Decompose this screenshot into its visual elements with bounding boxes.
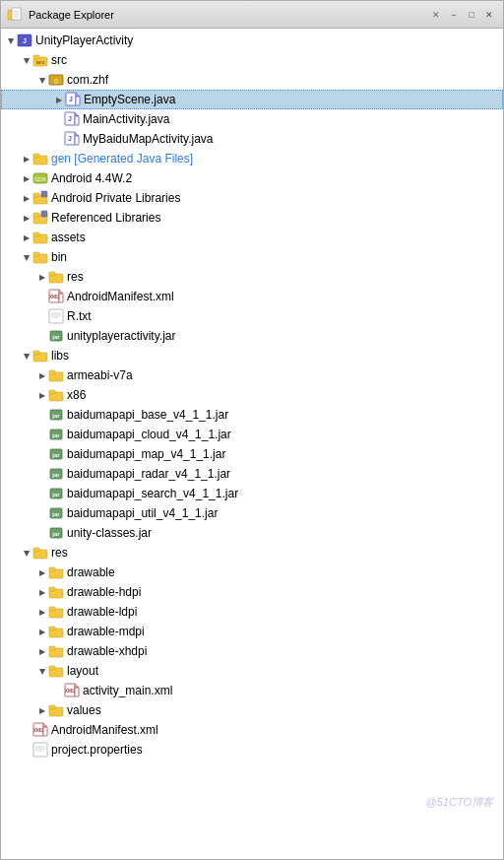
tree-item-bin-res[interactable]: res (1, 267, 503, 287)
svg-rect-90 (49, 705, 55, 709)
tree-item-android44w2[interactable]: SDK Android 4.4W.2 (1, 168, 503, 188)
tree-item-drawable-ldpi[interactable]: drawable-ldpi (1, 602, 503, 622)
tree-label-referenced-libs: Referenced Libraries (51, 211, 160, 225)
tree-item-baidumapapi_radar_v4_1_1.jar[interactable]: jar baidumapapi_radar_v4_1_1.jar (1, 464, 503, 484)
tree-arrow-libs[interactable] (21, 350, 32, 362)
tree-arrow-MyBaiduMapActivity.java[interactable] (52, 133, 64, 145)
svg-rect-43 (59, 294, 63, 302)
tree-arrow-R.txt[interactable] (36, 310, 48, 322)
tree-arrow-AndroidManifest.xml[interactable] (21, 724, 32, 736)
tree-item-gen[interactable]: gen [Generated Java Files] (1, 149, 503, 168)
tree-container: J UnityPlayerActivity src src {} com.zhf… (1, 29, 503, 859)
tree-item-bin[interactable]: bin (1, 247, 503, 267)
tree-item-EmptyScene.java[interactable]: J EmptyScene.java (1, 90, 503, 109)
tree-label-MyBaiduMapActivity.java: MyBaiduMapActivity.java (83, 132, 214, 146)
tree-arrow-drawable-mdpi[interactable] (36, 626, 48, 637)
tree-arrow-values[interactable] (36, 704, 48, 716)
tree-item-layout[interactable]: layout (1, 661, 503, 681)
tree-arrow-drawable[interactable] (36, 566, 48, 578)
tree-arrow-project.properties[interactable] (21, 744, 32, 756)
tree-arrow-src[interactable] (21, 54, 32, 66)
tree-item-R.txt[interactable]: R.txt (1, 306, 503, 326)
tree-item-values[interactable]: values (1, 700, 503, 720)
tree-item-drawable-xhdpi[interactable]: drawable-xhdpi (1, 641, 503, 661)
panel-header: Package Explorer ✕ − □ ✕ (1, 1, 503, 29)
tree-item-unityplayeractivity.jar[interactable]: jar unityplayeractivity.jar (1, 326, 503, 346)
tree-arrow-AndroidManifest-bin.xml[interactable] (36, 291, 48, 302)
tree-arrow-referenced-libs[interactable] (21, 212, 32, 224)
tree-item-AndroidManifest.xml[interactable]: XML AndroidManifest.xml (1, 720, 503, 740)
tree-label-AndroidManifest-bin.xml: AndroidManifest.xml (67, 290, 174, 303)
tree-arrow-unity-classes.jar[interactable] (36, 527, 48, 539)
svg-marker-42 (59, 290, 63, 294)
svg-text:jar: jar (51, 334, 60, 340)
tree-item-assets[interactable]: assets (1, 228, 503, 247)
tree-item-x86[interactable]: x86 (1, 385, 503, 405)
maximize-button[interactable]: □ (464, 7, 479, 23)
tree-label-unity-classes.jar: unity-classes.jar (67, 526, 152, 540)
svg-marker-86 (75, 684, 79, 688)
tree-item-AndroidManifest-bin.xml[interactable]: XML AndroidManifest.xml (1, 287, 503, 306)
tree-item-baidumapapi_util_v4_1_1.jar[interactable]: jar baidumapapi_util_v4_1_1.jar (1, 503, 503, 523)
svg-rect-38 (33, 252, 39, 256)
tree-item-baidumapapi_map_v4_1_1.jar[interactable]: jar baidumapapi_map_v4_1_1.jar (1, 444, 503, 464)
tree-item-src[interactable]: src src (1, 50, 503, 70)
tree-arrow-android44w2[interactable] (21, 172, 32, 184)
tree-arrow-com.zhf[interactable] (36, 74, 48, 86)
tree-arrow-EmptyScene.java[interactable] (53, 94, 65, 105)
tree-label-android-private: Android Private Libraries (51, 191, 180, 205)
tree-item-baidumapapi_search_v4_1_1.jar[interactable]: jar baidumapapi_search_v4_1_1.jar (1, 484, 503, 503)
close-button[interactable]: ✕ (481, 7, 497, 23)
tree-arrow-MainActivity.java[interactable] (52, 113, 64, 125)
tree-item-com.zhf[interactable]: {} com.zhf (1, 70, 503, 90)
tree-item-android-private[interactable]: Android Private Libraries (1, 188, 503, 208)
tree-item-baidumapapi_base_v4_1_1.jar[interactable]: jar baidumapapi_base_v4_1_1.jar (1, 405, 503, 425)
tree-icon-folder (48, 564, 64, 580)
tree-arrow-res[interactable] (21, 547, 32, 559)
minimize-button[interactable]: − (446, 7, 462, 23)
tree-arrow-gen[interactable] (21, 153, 32, 165)
tree-icon-jar: jar (48, 466, 64, 482)
tree-arrow-unity-player[interactable] (5, 34, 17, 46)
tree-arrow-unityplayeractivity.jar[interactable] (36, 330, 48, 342)
tree-item-unity-player[interactable]: J UnityPlayerActivity (1, 31, 503, 50)
tree-arrow-layout[interactable] (36, 665, 48, 677)
tree-arrow-bin[interactable] (21, 251, 32, 263)
tree-item-drawable-hdpi[interactable]: drawable-hdpi (1, 582, 503, 602)
tree-arrow-baidumapapi_util_v4_1_1.jar[interactable] (36, 507, 48, 519)
tree-arrow-baidumapapi_base_v4_1_1.jar[interactable] (36, 409, 48, 421)
tree-item-project.properties[interactable]: project.properties (1, 740, 503, 760)
tree-arrow-baidumapapi_map_v4_1_1.jar[interactable] (36, 448, 48, 460)
tree-label-drawable-hdpi: drawable-hdpi (67, 585, 141, 599)
tree-item-armeabi-v7a[interactable]: armeabi-v7a (1, 365, 503, 385)
tree-arrow-baidumapapi_cloud_v4_1_1.jar[interactable] (36, 429, 48, 440)
tree-arrow-armeabi-v7a[interactable] (36, 369, 48, 381)
tree-arrow-x86[interactable] (36, 389, 48, 401)
tree-icon-xml: XML (64, 683, 80, 698)
tree-arrow-drawable-hdpi[interactable] (36, 586, 48, 598)
tree-item-libs[interactable]: libs (1, 346, 503, 365)
tree-item-baidumapapi_cloud_v4_1_1.jar[interactable]: jar baidumapapi_cloud_v4_1_1.jar (1, 425, 503, 444)
tree-arrow-baidumapapi_search_v4_1_1.jar[interactable] (36, 488, 48, 499)
tree-arrow-bin-res[interactable] (36, 271, 48, 283)
tree-item-drawable-mdpi[interactable]: drawable-mdpi (1, 622, 503, 641)
tree-arrow-assets[interactable] (21, 232, 32, 243)
tab-close-icon[interactable]: ✕ (432, 10, 440, 20)
tree-item-activity_main.xml[interactable]: XML activity_main.xml (1, 681, 503, 700)
tree-item-drawable[interactable]: drawable (1, 562, 503, 582)
tree-arrow-drawable-ldpi[interactable] (36, 606, 48, 618)
svg-rect-30 (33, 193, 39, 197)
tree-item-res[interactable]: res (1, 543, 503, 562)
svg-marker-22 (75, 132, 79, 136)
tree-arrow-drawable-xhdpi[interactable] (36, 645, 48, 657)
tree-arrow-android-private[interactable] (21, 192, 32, 204)
tree-arrow-activity_main.xml[interactable] (52, 685, 64, 696)
tree-item-MainActivity.java[interactable]: J MainActivity.java (1, 109, 503, 129)
svg-rect-78 (49, 607, 55, 611)
tree-item-referenced-libs[interactable]: Referenced Libraries (1, 208, 503, 228)
tree-item-MyBaiduMapActivity.java[interactable]: J MyBaiduMapActivity.java (1, 129, 503, 149)
tree-label-src: src (51, 53, 67, 67)
tree-arrow-baidumapapi_radar_v4_1_1.jar[interactable] (36, 468, 48, 480)
tree-item-unity-classes.jar[interactable]: jar unity-classes.jar (1, 523, 503, 543)
svg-rect-72 (33, 548, 39, 552)
